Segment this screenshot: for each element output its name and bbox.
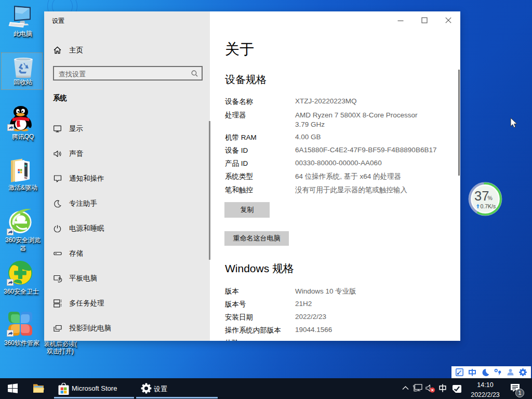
- svg-text:%: %: [488, 195, 493, 201]
- svg-text:0.7K/s: 0.7K/s: [481, 203, 496, 209]
- svg-text:37: 37: [474, 189, 489, 203]
